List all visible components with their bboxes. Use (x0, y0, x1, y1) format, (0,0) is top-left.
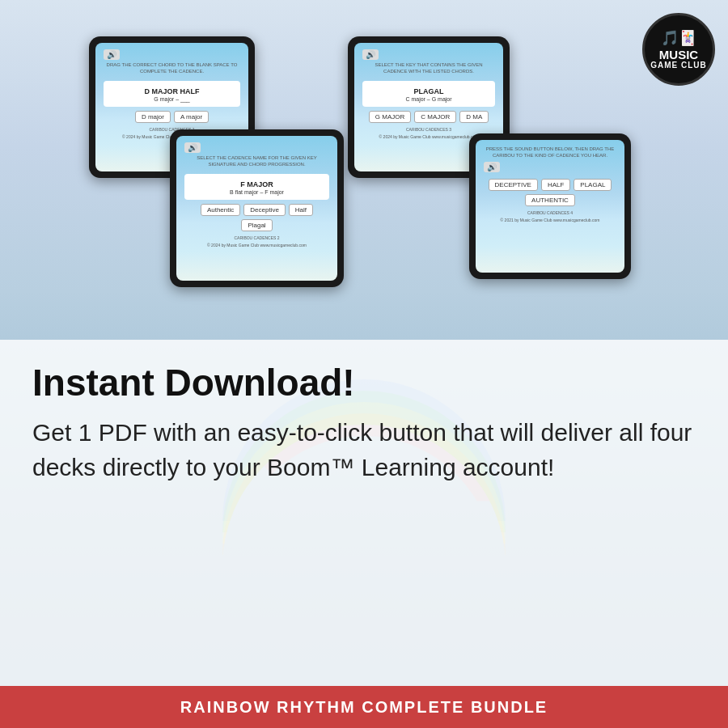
banner-label: RAINBOW RHYTHM COMPLETE BUNDLE (180, 698, 548, 717)
card2-btn-half[interactable]: Half (289, 204, 313, 216)
sound-icon-2[interactable]: 🔊 (184, 142, 201, 153)
card4-footer: CARIBOU CADENCES 4 (527, 210, 573, 215)
card2-title: F MAJOR (191, 180, 323, 188)
card4-footer2: © 2021 by Music Game Club www.musicgamec… (501, 218, 600, 222)
card3-title: PLAGAL (369, 87, 489, 95)
tablet-screen-4: PRESS THE SOUND BUTTON BELOW, THEN DRAG … (476, 140, 624, 273)
music-game-club-logo: 🎵🃏 MUSIC GAME CLUB (642, 13, 715, 86)
card4-btn-half[interactable]: HALF (541, 179, 570, 191)
card1-btn-a-major[interactable]: A major (174, 111, 209, 123)
tablet-card-4: PRESS THE SOUND BUTTON BELOW, THEN DRAG … (469, 133, 631, 279)
card3-instruction: SELECT THE KEY THAT CONTAINS THE GIVEN C… (362, 62, 495, 75)
card3-inner: PLAGAL C major – G major (362, 81, 495, 107)
card2-instruction: SELECT THE CADENCE NAME FOR THE GIVEN KE… (184, 155, 329, 168)
card4-btn-plagal[interactable]: PLAGAL (574, 179, 612, 191)
card2-btn-authentic[interactable]: Authentic (201, 204, 240, 216)
card1-btn-row: D major A major (133, 109, 210, 125)
tablet-screen-2: 🔊 SELECT THE CADENCE NAME FOR THE GIVEN … (176, 136, 337, 281)
logo-music-note-icon: 🎵🃏 (661, 29, 696, 47)
card3-footer2: © 2024 by Music Game Club www.musicgamec… (379, 134, 479, 139)
logo-music-label: MUSIC (659, 49, 698, 61)
sound-icon-1[interactable]: 🔊 (104, 49, 120, 60)
card3-btn-g-major[interactable]: G MAJOR (369, 111, 411, 123)
card1-instruction: DRAG THE CORRECT CHORD TO THE BLANK SPAC… (104, 62, 240, 75)
sound-icon-3[interactable]: 🔊 (362, 49, 379, 60)
bottom-banner: RAINBOW RHYTHM COMPLETE BUNDLE (0, 686, 728, 728)
card1-title: D MAJOR HALF (110, 87, 234, 95)
cards-wrapper: 🔊 DRAG THE CORRECT CHORD TO THE BLANK SP… (73, 24, 655, 332)
card4-btn-deceptive[interactable]: DECEPTIVE (489, 179, 538, 191)
card4-btn-row: DECEPTIVE HALF PLAGAL AUTHENTIC (484, 177, 616, 208)
card3-footer: CARIBOU CADENCES 3 (406, 127, 451, 132)
card1-inner: D MAJOR HALF G major – ___ (104, 81, 240, 107)
card3-subtitle: C major – G major (369, 96, 489, 102)
card4-instruction: PRESS THE SOUND BUTTON BELOW, THEN DRAG … (484, 146, 616, 159)
card2-inner: F MAJOR B flat major – F major (184, 174, 329, 200)
main-container: 🎵🃏 MUSIC GAME CLUB 🔊 DRAG THE CORRECT CH… (0, 0, 728, 728)
card3-btn-d-ma[interactable]: D MA (459, 111, 489, 123)
tablet-card-2: 🔊 SELECT THE CADENCE NAME FOR THE GIVEN … (170, 129, 344, 287)
card2-btn-plagal[interactable]: Plagal (241, 219, 272, 231)
card1-subtitle: G major – ___ (110, 96, 234, 102)
card3-btn-c-major[interactable]: C MAJOR (414, 111, 456, 123)
card3-btn-row: G MAJOR C MAJOR D MA (367, 109, 490, 125)
card2-footer: CARIBOU CADENCES 2 (234, 235, 279, 240)
headline: Instant Download! (32, 362, 696, 404)
card2-btn-deceptive[interactable]: Deceptive (243, 204, 286, 216)
body-text: Get 1 PDF with an easy-to-click button t… (32, 415, 696, 485)
card1-btn-d-major[interactable]: D major (135, 111, 171, 123)
card2-footer2: © 2024 by Music Game Club www.musicgamec… (207, 243, 307, 248)
card4-btn-authentic[interactable]: AUTHENTIC (525, 194, 575, 206)
card2-subtitle: B flat major – F major (191, 189, 323, 195)
sound-icon-4[interactable]: 🔊 (484, 162, 500, 172)
card2-btn-row: Authentic Deceptive Half Plagal (184, 202, 329, 233)
top-section: 🔊 DRAG THE CORRECT CHORD TO THE BLANK SP… (0, 0, 728, 340)
logo-game-club-label: GAME CLUB (650, 61, 707, 70)
bottom-section: Instant Download! Get 1 PDF with an easy… (0, 340, 728, 728)
